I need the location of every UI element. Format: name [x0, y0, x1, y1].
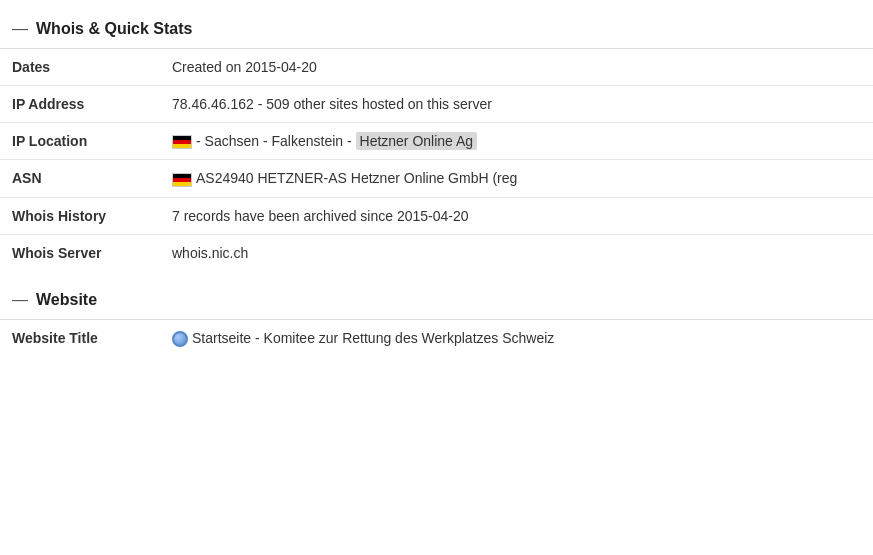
dates-label: Dates [0, 49, 160, 86]
table-row: ASN AS24940 HETZNER-AS Hetzner Online Gm… [0, 160, 873, 197]
asn-text: AS24940 HETZNER-AS Hetzner Online GmbH (… [196, 170, 517, 186]
table-row: Website Title Startseite - Komitee zur R… [0, 320, 873, 357]
asn-label: ASN [0, 160, 160, 197]
dash-icon: — [12, 20, 28, 38]
whois-section-header: — Whois & Quick Stats [0, 10, 873, 49]
whois-table: Dates Created on 2015-04-20 IP Address 7… [0, 49, 873, 271]
germany-flag-icon-asn [172, 173, 192, 187]
table-row: Whois Server whois.nic.ch [0, 234, 873, 271]
whois-server-label: Whois Server [0, 234, 160, 271]
main-container: — Whois & Quick Stats Dates Created on 2… [0, 0, 873, 367]
website-section-title: Website [36, 291, 97, 309]
table-row: IP Location - Sachsen - Falkenstein - He… [0, 123, 873, 160]
ip-address-label: IP Address [0, 86, 160, 123]
ip-location-highlighted: Hetzner Online Ag [356, 132, 478, 150]
ip-address-value: 78.46.46.162 - 509 other sites hosted on… [160, 86, 873, 123]
website-table: Website Title Startseite - Komitee zur R… [0, 320, 873, 357]
germany-flag-icon [172, 135, 192, 149]
website-title-value: Startseite - Komitee zur Rettung des Wer… [160, 320, 873, 357]
whois-section-title: Whois & Quick Stats [36, 20, 192, 38]
website-section-header: — Website [0, 281, 873, 320]
whois-server-value: whois.nic.ch [160, 234, 873, 271]
ip-location-text: - Sachsen - Falkenstein - [196, 133, 356, 149]
asn-value: AS24940 HETZNER-AS Hetzner Online GmbH (… [160, 160, 873, 197]
table-row: Whois History 7 records have been archiv… [0, 197, 873, 234]
whois-history-value: 7 records have been archived since 2015-… [160, 197, 873, 234]
dash-icon-2: — [12, 291, 28, 309]
ip-location-value: - Sachsen - Falkenstein - Hetzner Online… [160, 123, 873, 160]
globe-icon [172, 331, 188, 347]
dates-value: Created on 2015-04-20 [160, 49, 873, 86]
table-row: Dates Created on 2015-04-20 [0, 49, 873, 86]
section-divider: — Website Website Title Startseite - Kom… [0, 281, 873, 357]
table-row: IP Address 78.46.46.162 - 509 other site… [0, 86, 873, 123]
ip-location-label: IP Location [0, 123, 160, 160]
website-title-label: Website Title [0, 320, 160, 357]
whois-history-label: Whois History [0, 197, 160, 234]
website-title-text: Startseite - Komitee zur Rettung des Wer… [192, 330, 554, 346]
